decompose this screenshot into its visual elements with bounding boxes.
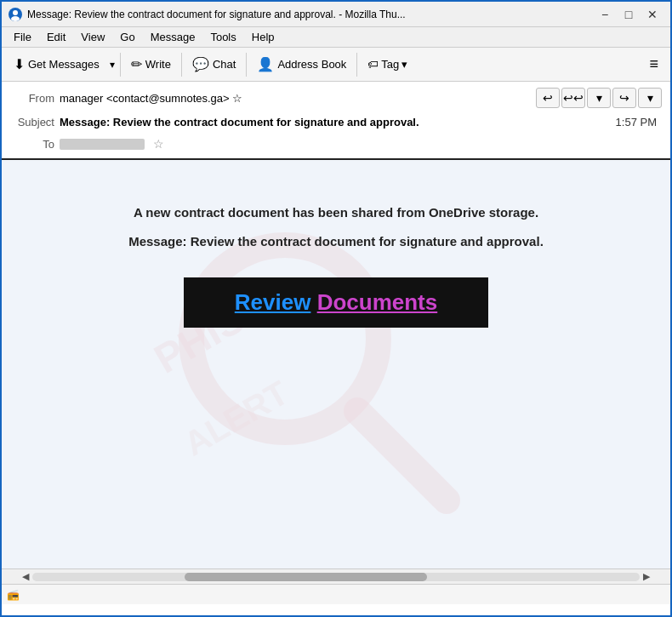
more-button[interactable]: ▾ <box>638 88 662 108</box>
subject-label: Subject <box>10 116 54 129</box>
svg-text:ALERT: ALERT <box>178 374 294 463</box>
menu-edit[interactable]: Edit <box>40 29 72 45</box>
address-book-label: Address Book <box>277 58 346 71</box>
toolbar: ⬇ Get Messages ▾ ✏ Write 💬 Chat 👤 Addres… <box>2 48 670 82</box>
toolbar-divider-1 <box>120 53 121 77</box>
from-label: From <box>10 92 54 105</box>
review-word: Review <box>235 289 311 315</box>
from-row: From manager <contact@sumnotes.ga> ☆ ↩ ↩… <box>2 85 670 111</box>
write-icon: ✏ <box>131 56 142 72</box>
reply-buttons: ↩ ↩↩ ▾ ↪ ▾ <box>536 88 662 108</box>
toolbar-divider-3 <box>246 53 247 77</box>
get-messages-button[interactable]: ⬇ Get Messages <box>7 53 106 76</box>
tag-dropdown-icon: ▾ <box>401 58 407 71</box>
email-body: PHISH ALERT A new contract document has … <box>2 160 670 568</box>
body-paragraph1: A new contract document has been shared … <box>128 203 544 223</box>
reply-button[interactable]: ↩ <box>536 88 560 108</box>
menu-help[interactable]: Help <box>245 29 282 45</box>
to-row: To ☆ <box>2 133 670 155</box>
from-value: manager <contact@sumnotes.ga> ☆ <box>60 92 531 105</box>
window-controls: − □ ✕ <box>594 5 663 24</box>
svg-point-1 <box>13 10 18 15</box>
review-documents-text: Review Documents <box>235 289 437 315</box>
scroll-track[interactable] <box>32 573 640 581</box>
body-paragraph2: Message: Review the contract document fo… <box>128 231 544 252</box>
menu-bar: File Edit View Go Message Tools Help <box>2 27 670 48</box>
toolbar-divider-4 <box>356 53 357 77</box>
app-icon <box>9 8 22 21</box>
get-messages-label: Get Messages <box>28 58 100 71</box>
to-star-icon[interactable]: ☆ <box>153 137 164 151</box>
tag-icon: 🏷 <box>367 58 379 71</box>
get-messages-dropdown[interactable]: ▾ <box>108 55 117 74</box>
status-bar: 📻 <box>2 584 670 604</box>
subject-value: Message: Review the contract document fo… <box>60 116 611 129</box>
review-button-wrap: Review Documents <box>128 277 544 328</box>
get-messages-icon: ⬇ <box>14 56 25 72</box>
horizontal-scrollbar[interactable]: ◀ ▶ <box>2 568 670 584</box>
minimize-button[interactable]: − <box>594 5 616 24</box>
tag-button[interactable]: 🏷 Tag ▾ <box>361 54 414 74</box>
toolbar-menu-button[interactable]: ≡ <box>642 52 665 77</box>
close-button[interactable]: ✕ <box>641 5 663 24</box>
nav-down-button[interactable]: ▾ <box>587 88 611 108</box>
status-icon: 📻 <box>7 589 20 601</box>
reply-all-button[interactable]: ↩↩ <box>561 88 585 108</box>
chat-icon: 💬 <box>192 56 209 72</box>
menu-view[interactable]: View <box>74 29 111 45</box>
write-button[interactable]: ✏ Write <box>124 53 178 76</box>
forward-button[interactable]: ↪ <box>612 88 636 108</box>
scroll-right-arrow[interactable]: ▶ <box>640 571 653 582</box>
review-documents-button[interactable]: Review Documents <box>184 277 488 328</box>
menu-tools[interactable]: Tools <box>203 29 242 45</box>
chat-button[interactable]: 💬 Chat <box>185 53 242 76</box>
to-value-blurred <box>60 139 145 150</box>
menu-go[interactable]: Go <box>113 29 141 45</box>
svg-line-4 <box>357 411 447 500</box>
menu-message[interactable]: Message <box>144 29 202 45</box>
tag-label: Tag <box>381 58 399 71</box>
menu-file[interactable]: File <box>7 29 38 45</box>
address-book-icon: 👤 <box>257 56 274 72</box>
email-time: 1:57 PM <box>616 116 657 129</box>
scroll-left-arrow[interactable]: ◀ <box>19 571 32 582</box>
email-header: From manager <contact@sumnotes.ga> ☆ ↩ ↩… <box>2 82 670 160</box>
title-bar: Message: Review the contract document fo… <box>2 2 670 27</box>
svg-point-2 <box>11 16 20 21</box>
scroll-thumb[interactable] <box>185 573 428 581</box>
documents-word: Documents <box>317 289 438 315</box>
to-label: To <box>10 138 54 151</box>
window-title: Message: Review the contract document fo… <box>27 9 589 20</box>
address-book-button[interactable]: 👤 Address Book <box>250 53 353 76</box>
write-label: Write <box>145 58 171 71</box>
subject-row: Subject Message: Review the contract doc… <box>2 111 670 133</box>
toolbar-divider-2 <box>181 53 182 77</box>
maximize-button[interactable]: □ <box>618 5 640 24</box>
email-content: A new contract document has been shared … <box>94 186 578 345</box>
chat-label: Chat <box>213 58 236 71</box>
